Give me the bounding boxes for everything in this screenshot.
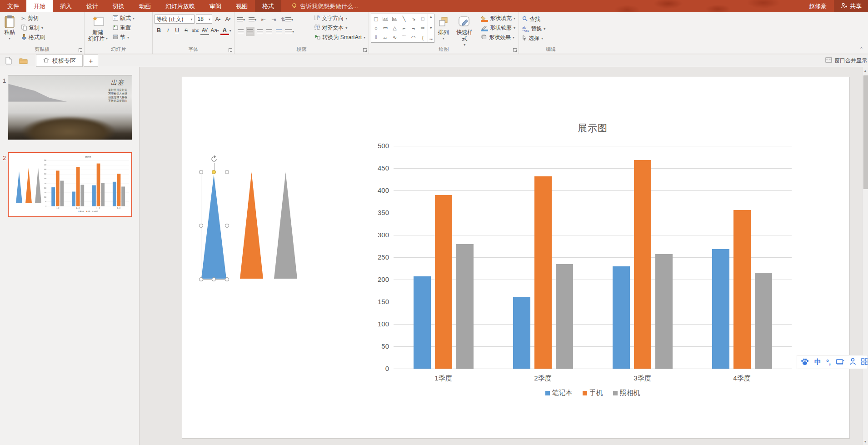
font-size-combo[interactable]: 18▾	[196, 15, 212, 24]
shrink-font-button[interactable]: A▾	[224, 15, 232, 24]
gallery-more-icon[interactable]: ≡▾	[429, 38, 433, 41]
distribute-button[interactable]	[274, 27, 283, 36]
resize-handle-s[interactable]	[212, 277, 216, 281]
gallery-down-icon[interactable]: ▼	[429, 26, 433, 30]
columns-button[interactable]: ▾	[284, 27, 295, 36]
text-direction-button[interactable]: A 文字方向▾	[313, 14, 367, 23]
shape-textbox-icon[interactable]: A≡	[383, 17, 389, 21]
ime-keyboard-icon[interactable]	[836, 358, 844, 366]
format-painter-button[interactable]: 格式刷	[20, 33, 46, 42]
user-name[interactable]: 赵修豪	[802, 0, 834, 12]
character-spacing-button[interactable]: AV	[200, 26, 209, 35]
chart-bar[interactable]	[101, 183, 105, 206]
chart-bar[interactable]	[634, 160, 651, 369]
bar-chart[interactable]: 展示图0501001502002503003504004505001季度2季度3…	[373, 121, 800, 405]
chart-bar[interactable]	[92, 185, 96, 206]
new-file-icon[interactable]	[0, 55, 15, 67]
tab-template-zone[interactable]: 模板专区	[36, 55, 83, 67]
window-merge-toggle[interactable]: 窗口合并显示	[825, 55, 868, 67]
tab-format[interactable]: 格式	[255, 0, 281, 12]
resize-handle-ne[interactable]	[225, 170, 229, 174]
layout-button[interactable]: 版式 ▾	[111, 14, 136, 23]
chart-bar[interactable]	[556, 264, 573, 369]
change-case-button[interactable]: Aa▾	[210, 26, 220, 35]
ime-punctuation-toggle[interactable]: °,	[826, 358, 831, 366]
chart-bar[interactable]	[80, 185, 84, 206]
chart-bar[interactable]	[534, 176, 552, 369]
chart-bar[interactable]	[113, 182, 116, 206]
resize-handle-nw[interactable]	[199, 170, 203, 174]
font-dialog-launcher[interactable]	[229, 48, 232, 52]
grow-font-button[interactable]: A▴	[214, 15, 222, 24]
shape-line-icon[interactable]: ╲	[403, 16, 406, 22]
align-left-button[interactable]	[236, 27, 245, 36]
strikethrough-button[interactable]: S	[182, 26, 190, 35]
tell-me-box[interactable]: 告诉我您想要做什么...	[281, 0, 358, 12]
chart-bar[interactable]	[733, 210, 751, 369]
shape-elbow-arrow-icon[interactable]: ¬	[412, 25, 415, 31]
bold-button[interactable]: B	[155, 26, 163, 35]
scrollbar-thumb[interactable]	[863, 75, 868, 189]
resize-handle-sw[interactable]	[199, 277, 203, 281]
add-tab-button[interactable]: +	[84, 55, 98, 67]
shape-scribble-icon[interactable]: ∿	[393, 35, 397, 40]
replace-button[interactable]: ab⇢ac 替换 ▾	[521, 24, 581, 34]
tab-design[interactable]: 设计	[79, 0, 105, 12]
resize-handle-w[interactable]	[199, 224, 203, 228]
chart-bar[interactable]	[121, 187, 125, 206]
select-button[interactable]: 选择 ▾	[521, 34, 581, 43]
shape-fill-button[interactable]: 形状填充▾	[479, 14, 517, 23]
chart-bar[interactable]	[72, 192, 75, 206]
triangle-shape-gray[interactable]	[274, 172, 297, 279]
shape-oval-icon[interactable]: ○	[374, 25, 378, 31]
chart-bar[interactable]	[435, 195, 452, 369]
scroll-up-icon[interactable]: ▲	[863, 69, 868, 72]
tab-review[interactable]: 审阅	[202, 0, 229, 12]
chart-bar[interactable]	[613, 266, 630, 369]
new-slide-button[interactable]: 新建 幻灯片▾	[86, 14, 110, 43]
shape-brace-icon[interactable]: {	[422, 35, 424, 40]
tab-slideshow[interactable]: 幻灯片放映	[158, 0, 202, 12]
align-center-button[interactable]	[246, 27, 254, 36]
tab-transitions[interactable]: 切换	[105, 0, 132, 12]
ime-user-icon[interactable]	[849, 358, 856, 366]
vertical-scrollbar[interactable]: ▲ ▼	[862, 67, 868, 445]
share-button[interactable]: 共享	[834, 0, 868, 12]
shape-parallelogram-icon[interactable]: ▱	[384, 35, 387, 40]
slide-1-thumbnail[interactable]: 出塞 秦时明月汉时关 万里长征人未还 但使龙城飞将在 不教胡马度阴山	[8, 75, 132, 140]
reset-button[interactable]: 重置	[111, 23, 136, 33]
ime-grid-icon[interactable]	[861, 358, 868, 366]
shape-rounded-rectangle-icon[interactable]: ▭	[383, 25, 388, 31]
slide-2-thumbnail[interactable]: 展示图0501001502002503003504004505001季度2季度3…	[8, 152, 132, 217]
shape-curve-icon[interactable]: ◠	[411, 35, 416, 40]
gallery-up-icon[interactable]: ▲	[429, 15, 433, 18]
drawing-dialog-launcher[interactable]	[513, 48, 517, 52]
chart-bar[interactable]	[117, 174, 120, 206]
rotate-handle-icon[interactable]	[210, 155, 218, 165]
open-folder-icon[interactable]	[15, 55, 31, 67]
shape-effects-button[interactable]: 形状效果▾	[479, 33, 517, 42]
line-spacing-button[interactable]: ⇅▾	[280, 15, 294, 24]
shape-elbow-icon[interactable]: ⌐	[403, 25, 405, 31]
paste-button[interactable]: 粘贴 ▾	[2, 14, 17, 43]
font-color-button[interactable]: A	[220, 26, 229, 35]
tab-insert[interactable]: 插入	[53, 0, 79, 12]
arrange-button[interactable]: 排列 ▾	[436, 14, 451, 43]
align-text-button[interactable]: 对齐文本▾	[313, 23, 367, 33]
shape-down-arrow-icon[interactable]: ⇩	[374, 35, 378, 40]
shapes-gallery[interactable]: ▢ A≡ ‖A ╲ ↘ □ ○ ▭ △ ⌐ ¬ ⇨ ⇩ ▱ ∿ ⌒ ◠	[371, 14, 434, 43]
align-right-button[interactable]	[255, 27, 264, 36]
tab-animations[interactable]: 动画	[132, 0, 158, 12]
bullets-button[interactable]: ▾	[236, 15, 246, 24]
numbering-button[interactable]: ▾	[248, 15, 257, 24]
chart-bar[interactable]	[513, 297, 530, 369]
shape-triangle-icon[interactable]: △	[393, 25, 396, 31]
chart-bar[interactable]	[56, 170, 60, 206]
slide-canvas[interactable]: 展示图0501001502002503003504004505001季度2季度3…	[182, 77, 850, 439]
shape-vertical-textbox-icon[interactable]: ‖A	[392, 17, 398, 21]
scroll-down-icon[interactable]: ▼	[863, 440, 868, 443]
chart-bar[interactable]	[712, 249, 729, 369]
section-button[interactable]: 节 ▾	[111, 33, 136, 42]
paragraph-dialog-launcher[interactable]	[363, 48, 367, 52]
chart-bar[interactable]	[655, 254, 673, 369]
